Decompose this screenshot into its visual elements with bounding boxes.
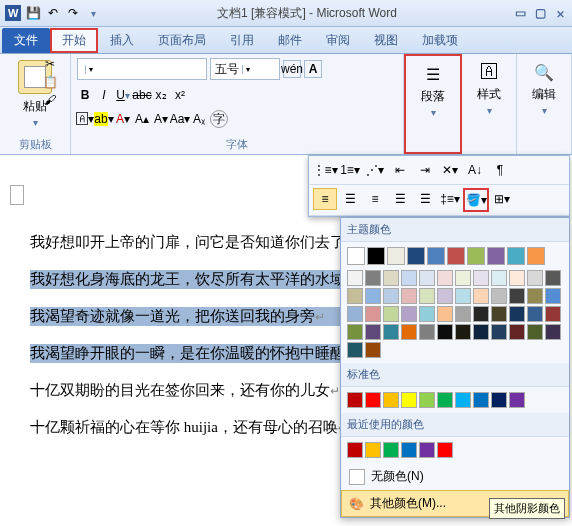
- subscript-button[interactable]: x₂: [153, 87, 169, 103]
- color-swatch[interactable]: [365, 270, 381, 286]
- color-swatch[interactable]: [347, 342, 363, 358]
- close-button[interactable]: ⨉: [552, 6, 568, 20]
- color-swatch[interactable]: [545, 288, 561, 304]
- color-swatch[interactable]: [509, 392, 525, 408]
- redo-icon[interactable]: ↷: [64, 4, 82, 22]
- color-swatch[interactable]: [437, 270, 453, 286]
- color-swatch[interactable]: [437, 324, 453, 340]
- grow-font-icon[interactable]: A▴: [134, 111, 150, 127]
- color-swatch[interactable]: [347, 306, 363, 322]
- color-swatch[interactable]: [347, 288, 363, 304]
- color-swatch[interactable]: [527, 270, 543, 286]
- shrink-font-icon[interactable]: A▾: [153, 111, 169, 127]
- styles-button[interactable]: 🄰 样式 ▾: [468, 58, 510, 118]
- editing-button[interactable]: 🔍 编辑 ▾: [523, 58, 565, 118]
- color-swatch[interactable]: [473, 306, 489, 322]
- color-swatch[interactable]: [383, 442, 399, 458]
- paragraph-button[interactable]: ☰ 段落 ▾: [412, 60, 454, 120]
- color-swatch[interactable]: [347, 270, 363, 286]
- color-swatch[interactable]: [455, 306, 471, 322]
- color-swatch[interactable]: [419, 392, 435, 408]
- color-swatch[interactable]: [365, 342, 381, 358]
- no-color-item[interactable]: 无颜色(N): [341, 463, 569, 490]
- color-swatch[interactable]: [455, 324, 471, 340]
- color-swatch[interactable]: [383, 306, 399, 322]
- format-painter-icon[interactable]: 🖌: [42, 92, 58, 108]
- color-swatch[interactable]: [455, 288, 471, 304]
- color-swatch[interactable]: [467, 247, 485, 265]
- color-swatch[interactable]: [527, 324, 543, 340]
- color-swatch[interactable]: [491, 270, 507, 286]
- tab-mailings[interactable]: 邮件: [266, 28, 314, 53]
- tab-references[interactable]: 引用: [218, 28, 266, 53]
- color-swatch[interactable]: [419, 442, 435, 458]
- tab-file[interactable]: 文件: [2, 28, 50, 53]
- color-swatch[interactable]: [401, 288, 417, 304]
- strikethrough-button[interactable]: abc: [134, 87, 150, 103]
- copy-icon[interactable]: 📋: [42, 74, 58, 90]
- color-swatch[interactable]: [437, 288, 453, 304]
- ltr-icon[interactable]: ✕▾: [438, 159, 462, 181]
- font-size-combo[interactable]: 五号▾: [210, 58, 280, 80]
- color-swatch[interactable]: [491, 324, 507, 340]
- color-swatch[interactable]: [491, 306, 507, 322]
- increase-indent-icon[interactable]: ⇥: [413, 159, 437, 181]
- clear-format-icon[interactable]: Aᵪ: [191, 111, 207, 127]
- tab-review[interactable]: 审阅: [314, 28, 362, 53]
- color-swatch[interactable]: [509, 270, 525, 286]
- color-swatch[interactable]: [545, 270, 561, 286]
- color-swatch[interactable]: [487, 247, 505, 265]
- color-swatch[interactable]: [527, 247, 545, 265]
- color-swatch[interactable]: [419, 288, 435, 304]
- color-swatch[interactable]: [383, 324, 399, 340]
- color-swatch[interactable]: [509, 324, 525, 340]
- phonetic-guide-icon[interactable]: wén: [283, 60, 301, 78]
- color-swatch[interactable]: [491, 392, 507, 408]
- tab-view[interactable]: 视图: [362, 28, 410, 53]
- color-swatch[interactable]: [491, 288, 507, 304]
- color-swatch[interactable]: [401, 306, 417, 322]
- align-center-icon[interactable]: ☰: [338, 188, 362, 210]
- color-swatch[interactable]: [455, 270, 471, 286]
- color-swatch[interactable]: [509, 288, 525, 304]
- color-swatch[interactable]: [401, 392, 417, 408]
- color-swatch[interactable]: [383, 270, 399, 286]
- color-swatch[interactable]: [347, 324, 363, 340]
- color-swatch[interactable]: [507, 247, 525, 265]
- color-swatch[interactable]: [473, 270, 489, 286]
- shading-icon[interactable]: 🪣▾: [463, 188, 489, 212]
- line-spacing-icon[interactable]: ‡≡▾: [438, 188, 462, 210]
- change-case-icon[interactable]: Aa▾: [172, 111, 188, 127]
- font-family-combo[interactable]: ▾: [77, 58, 207, 80]
- justify-icon[interactable]: ☰: [388, 188, 412, 210]
- color-swatch[interactable]: [419, 306, 435, 322]
- highlight-icon[interactable]: ab▾: [96, 111, 112, 127]
- font-color-icon[interactable]: A▾: [115, 111, 131, 127]
- color-swatch[interactable]: [455, 392, 471, 408]
- color-swatch[interactable]: [437, 306, 453, 322]
- color-swatch[interactable]: [401, 324, 417, 340]
- tab-insert[interactable]: 插入: [98, 28, 146, 53]
- color-swatch[interactable]: [509, 306, 525, 322]
- bullets-icon[interactable]: ⋮≡▾: [313, 159, 337, 181]
- decrease-indent-icon[interactable]: ⇤: [388, 159, 412, 181]
- align-right-icon[interactable]: ≡: [363, 188, 387, 210]
- underline-button[interactable]: U▾: [115, 87, 131, 103]
- distribute-icon[interactable]: ☰: [413, 188, 437, 210]
- text-effects-icon[interactable]: 🄰▾: [77, 111, 93, 127]
- maximize-button[interactable]: ▢: [532, 6, 548, 20]
- save-icon[interactable]: 💾: [24, 4, 42, 22]
- color-swatch[interactable]: [437, 392, 453, 408]
- enclose-char-icon[interactable]: 字: [210, 110, 228, 128]
- color-swatch[interactable]: [419, 324, 435, 340]
- color-swatch[interactable]: [419, 270, 435, 286]
- color-swatch[interactable]: [365, 306, 381, 322]
- borders-icon[interactable]: ⊞▾: [490, 188, 514, 210]
- color-swatch[interactable]: [367, 247, 385, 265]
- tab-layout[interactable]: 页面布局: [146, 28, 218, 53]
- color-swatch[interactable]: [437, 442, 453, 458]
- bold-button[interactable]: B: [77, 87, 93, 103]
- superscript-button[interactable]: x²: [172, 87, 188, 103]
- color-swatch[interactable]: [527, 288, 543, 304]
- color-swatch[interactable]: [401, 442, 417, 458]
